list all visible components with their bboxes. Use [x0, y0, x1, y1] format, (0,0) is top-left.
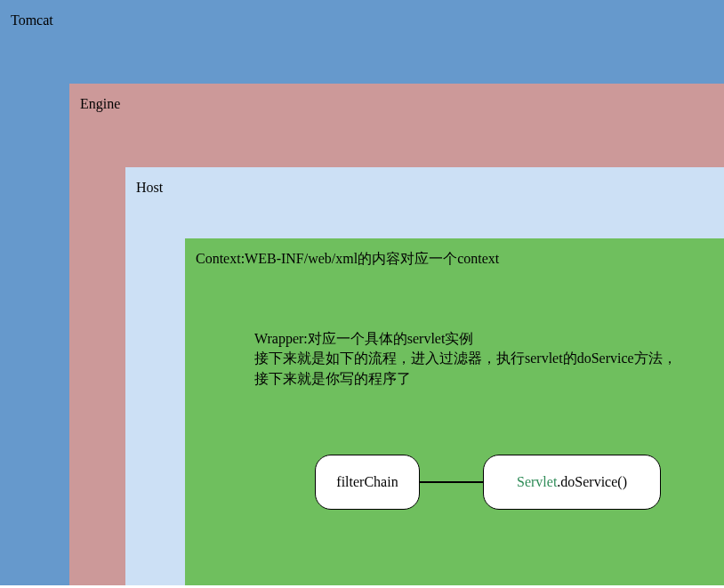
filterchain-label: filterChain — [336, 474, 398, 490]
connector-line — [420, 481, 483, 483]
wrapper-container: Wrapper:对应一个具体的servlet实例 接下来就是如下的流程，进入过滤… — [244, 318, 724, 580]
engine-label: Engine — [80, 94, 713, 114]
tomcat-label: Tomcat — [11, 11, 713, 30]
context-label: Context:WEB-INF/web/xml的内容对应一个context — [196, 249, 713, 269]
servlet-label: Servlet.doService() — [517, 474, 627, 490]
filterchain-node: filterChain — [315, 455, 420, 510]
wrapper-label: Wrapper:对应一个具体的servlet实例 接下来就是如下的流程，进入过滤… — [254, 329, 713, 389]
servlet-class-label: Servlet — [517, 474, 557, 489]
host-label: Host — [136, 178, 713, 197]
servlet-method-label: .doService() — [557, 474, 627, 489]
servlet-node: Servlet.doService() — [483, 455, 661, 510]
